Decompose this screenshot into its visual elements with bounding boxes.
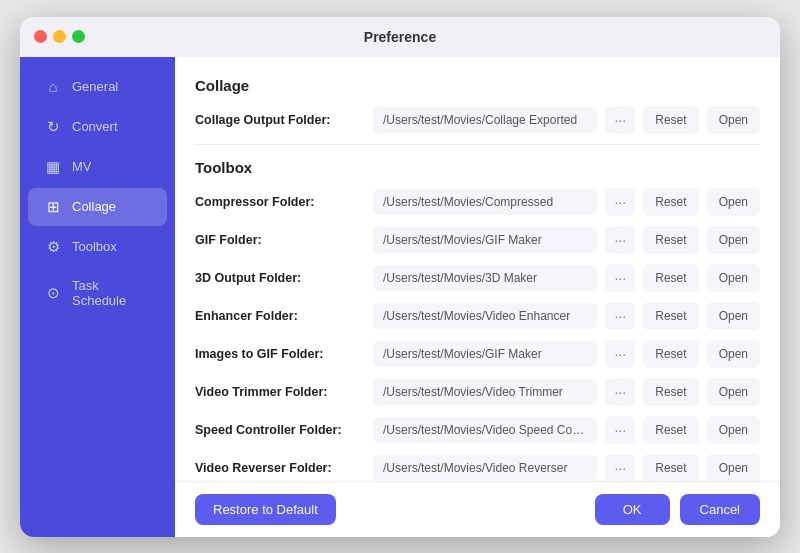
toolbox-dots-button-6[interactable]: ··· [605, 416, 635, 444]
sidebar-item-label-general: General [72, 79, 118, 94]
sidebar-item-general[interactable]: ⌂General [28, 68, 167, 106]
sidebar-item-task-schedule[interactable]: ⊙Task Schedule [28, 268, 167, 318]
toolbox-section-title: Toolbox [195, 159, 760, 176]
toolbox-open-button-6[interactable]: Open [707, 416, 760, 444]
toolbox-reset-button-1[interactable]: Reset [643, 226, 698, 254]
toolbox-folder-row-2: 3D Output Folder:/Users/test/Movies/3D M… [195, 264, 760, 292]
sidebar-item-label-toolbox: Toolbox [72, 239, 117, 254]
sidebar: ⌂General↻Convert▦MV⊞Collage⚙Toolbox⊙Task… [20, 57, 175, 537]
toolbox-dots-button-7[interactable]: ··· [605, 454, 635, 481]
sidebar-item-label-mv: MV [72, 159, 92, 174]
collage-folder-row-0: Collage Output Folder:/Users/test/Movies… [195, 106, 760, 134]
toolbox-folder-label-2: 3D Output Folder: [195, 271, 365, 285]
toolbox-dots-button-2[interactable]: ··· [605, 264, 635, 292]
toolbox-folder-row-0: Compressor Folder:/Users/test/Movies/Com… [195, 188, 760, 216]
toolbox-folder-label-0: Compressor Folder: [195, 195, 365, 209]
sidebar-item-label-task-schedule: Task Schedule [72, 278, 151, 308]
collage-open-button-0[interactable]: Open [707, 106, 760, 134]
traffic-lights [34, 30, 85, 43]
collage-dots-button-0[interactable]: ··· [605, 106, 635, 134]
minimize-button[interactable] [53, 30, 66, 43]
toolbox-reset-button-4[interactable]: Reset [643, 340, 698, 368]
window-title: Preference [364, 29, 436, 45]
toolbox-dots-button-1[interactable]: ··· [605, 226, 635, 254]
collage-folder-label-0: Collage Output Folder: [195, 113, 365, 127]
footer-right-buttons: OK Cancel [595, 494, 760, 525]
convert-icon: ↻ [44, 118, 62, 136]
task-schedule-icon: ⊙ [44, 284, 62, 302]
preference-window: Preference ⌂General↻Convert▦MV⊞Collage⚙T… [20, 17, 780, 537]
toolbox-folder-path-4[interactable]: /Users/test/Movies/GIF Maker [373, 341, 597, 367]
toolbox-folder-path-6[interactable]: /Users/test/Movies/Video Speed Controlle… [373, 417, 597, 443]
toolbox-reset-button-5[interactable]: Reset [643, 378, 698, 406]
toolbox-reset-button-3[interactable]: Reset [643, 302, 698, 330]
toolbox-dots-button-5[interactable]: ··· [605, 378, 635, 406]
toolbox-reset-button-7[interactable]: Reset [643, 454, 698, 481]
mv-icon: ▦ [44, 158, 62, 176]
toolbox-folder-label-7: Video Reverser Folder: [195, 461, 365, 475]
restore-default-button[interactable]: Restore to Default [195, 494, 336, 525]
collage-section-title: Collage [195, 77, 760, 94]
toolbox-folder-path-7[interactable]: /Users/test/Movies/Video Reverser [373, 455, 597, 481]
toolbox-folder-row-6: Speed Controller Folder:/Users/test/Movi… [195, 416, 760, 444]
sidebar-item-label-convert: Convert [72, 119, 118, 134]
toolbox-open-button-1[interactable]: Open [707, 226, 760, 254]
footer: Restore to Default OK Cancel [175, 481, 780, 537]
title-bar: Preference [20, 17, 780, 57]
main-panel: CollageCollage Output Folder:/Users/test… [175, 57, 780, 537]
toolbox-folder-path-1[interactable]: /Users/test/Movies/GIF Maker [373, 227, 597, 253]
toolbox-dots-button-3[interactable]: ··· [605, 302, 635, 330]
toolbox-folder-row-3: Enhancer Folder:/Users/test/Movies/Video… [195, 302, 760, 330]
toolbox-folder-label-4: Images to GIF Folder: [195, 347, 365, 361]
toolbox-open-button-4[interactable]: Open [707, 340, 760, 368]
toolbox-open-button-7[interactable]: Open [707, 454, 760, 481]
maximize-button[interactable] [72, 30, 85, 43]
toolbox-folder-label-6: Speed Controller Folder: [195, 423, 365, 437]
close-button[interactable] [34, 30, 47, 43]
toolbox-open-button-2[interactable]: Open [707, 264, 760, 292]
collage-reset-button-0[interactable]: Reset [643, 106, 698, 134]
main-content: CollageCollage Output Folder:/Users/test… [175, 57, 780, 481]
toolbox-dots-button-0[interactable]: ··· [605, 188, 635, 216]
collage-folder-path-0[interactable]: /Users/test/Movies/Collage Exported [373, 107, 597, 133]
toolbox-folder-path-2[interactable]: /Users/test/Movies/3D Maker [373, 265, 597, 291]
section-divider [195, 144, 760, 145]
toolbox-folder-label-5: Video Trimmer Folder: [195, 385, 365, 399]
toolbox-icon: ⚙ [44, 238, 62, 256]
sidebar-item-mv[interactable]: ▦MV [28, 148, 167, 186]
toolbox-reset-button-2[interactable]: Reset [643, 264, 698, 292]
toolbox-open-button-5[interactable]: Open [707, 378, 760, 406]
toolbox-folder-label-3: Enhancer Folder: [195, 309, 365, 323]
toolbox-reset-button-6[interactable]: Reset [643, 416, 698, 444]
toolbox-folder-label-1: GIF Folder: [195, 233, 365, 247]
toolbox-open-button-0[interactable]: Open [707, 188, 760, 216]
sidebar-item-collage[interactable]: ⊞Collage [28, 188, 167, 226]
toolbox-folder-path-5[interactable]: /Users/test/Movies/Video Trimmer [373, 379, 597, 405]
content-area: ⌂General↻Convert▦MV⊞Collage⚙Toolbox⊙Task… [20, 57, 780, 537]
sidebar-item-convert[interactable]: ↻Convert [28, 108, 167, 146]
toolbox-dots-button-4[interactable]: ··· [605, 340, 635, 368]
toolbox-folder-row-5: Video Trimmer Folder:/Users/test/Movies/… [195, 378, 760, 406]
cancel-button[interactable]: Cancel [680, 494, 760, 525]
general-icon: ⌂ [44, 78, 62, 96]
sidebar-item-label-collage: Collage [72, 199, 116, 214]
toolbox-open-button-3[interactable]: Open [707, 302, 760, 330]
toolbox-folder-path-0[interactable]: /Users/test/Movies/Compressed [373, 189, 597, 215]
toolbox-folder-row-4: Images to GIF Folder:/Users/test/Movies/… [195, 340, 760, 368]
toolbox-folder-path-3[interactable]: /Users/test/Movies/Video Enhancer [373, 303, 597, 329]
collage-icon: ⊞ [44, 198, 62, 216]
toolbox-folder-row-7: Video Reverser Folder:/Users/test/Movies… [195, 454, 760, 481]
ok-button[interactable]: OK [595, 494, 670, 525]
toolbox-reset-button-0[interactable]: Reset [643, 188, 698, 216]
toolbox-folder-row-1: GIF Folder:/Users/test/Movies/GIF Maker·… [195, 226, 760, 254]
sidebar-item-toolbox[interactable]: ⚙Toolbox [28, 228, 167, 266]
